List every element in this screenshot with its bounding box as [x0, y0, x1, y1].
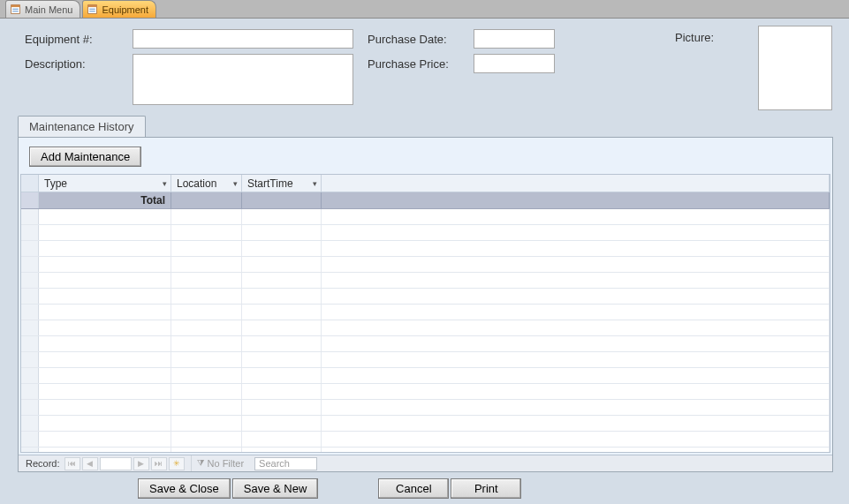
total-label-cell: Total: [39, 192, 171, 208]
maintenance-datasheet[interactable]: Type▾ Location▾ StartTime▾ Total: [20, 174, 830, 453]
chevron-down-icon[interactable]: ▾: [233, 179, 238, 188]
equipment-num-field[interactable]: [133, 29, 353, 49]
col-head-starttime[interactable]: StartTime▾: [242, 175, 322, 192]
svg-rect-2: [12, 9, 19, 10]
svg-rect-5: [88, 5, 97, 7]
nav-last-button[interactable]: ⏭: [151, 457, 167, 470]
nav-prev-button[interactable]: ◀: [82, 457, 98, 470]
purchase-date-field[interactable]: [474, 29, 555, 49]
purchase-date-label: Purchase Date:: [368, 33, 447, 46]
nav-search-box[interactable]: Search: [254, 457, 317, 470]
save-new-button[interactable]: Save & New: [232, 478, 319, 499]
no-filter-indicator[interactable]: ⧩ No Filter: [191, 455, 250, 471]
svg-rect-6: [90, 9, 96, 10]
nav-record-number[interactable]: [100, 457, 132, 470]
filter-icon: ⧩: [197, 458, 204, 469]
nav-first-button[interactable]: ⏮: [64, 457, 80, 470]
maintenance-subtab-wrap: Maintenance History: [18, 116, 146, 138]
description-label: Description:: [25, 57, 86, 71]
nav-next-button[interactable]: ▶: [133, 457, 149, 470]
svg-rect-7: [90, 11, 96, 11]
col-head-type[interactable]: Type▾: [39, 175, 171, 192]
add-maintenance-button[interactable]: Add Maintenance: [29, 147, 141, 167]
record-navigator: Record: ⏮ ◀ ▶ ⏭ ✳ ⧩ No Filter Search: [19, 455, 832, 471]
svg-rect-3: [12, 11, 19, 11]
equipment-num-label: Equipment #:: [25, 33, 93, 46]
purchase-price-label: Purchase Price:: [368, 57, 449, 71]
datasheet-total-row: Total: [21, 192, 830, 209]
nav-new-button[interactable]: ✳: [169, 457, 185, 470]
datasheet-body[interactable]: [21, 209, 830, 453]
form-icon: [87, 4, 98, 15]
picture-box[interactable]: [758, 26, 832, 110]
form-icon: [10, 4, 21, 15]
purchase-price-field[interactable]: [474, 54, 555, 73]
chevron-down-icon[interactable]: ▾: [163, 179, 167, 188]
document-tabstrip: Main Menu Equipment: [0, 0, 849, 19]
tab-equipment[interactable]: Equipment: [82, 0, 156, 18]
tab-maintenance-history[interactable]: Maintenance History: [18, 116, 146, 138]
tab-equipment-label: Equipment: [102, 4, 148, 15]
form-button-row: Save & Close Save & New Cancel Print: [0, 478, 849, 499]
cancel-button[interactable]: Cancel: [378, 478, 449, 499]
save-close-button[interactable]: Save & Close: [138, 478, 231, 499]
datasheet-header: Type▾ Location▾ StartTime▾: [21, 175, 830, 192]
chevron-down-icon[interactable]: ▾: [313, 179, 317, 188]
svg-rect-1: [11, 5, 20, 7]
picture-label: Picture:: [675, 31, 714, 44]
record-label: Record:: [22, 458, 64, 469]
tab-main-menu-label: Main Menu: [25, 4, 72, 15]
print-button[interactable]: Print: [451, 478, 521, 499]
col-head-location[interactable]: Location▾: [171, 175, 242, 192]
tab-main-menu[interactable]: Main Menu: [5, 0, 80, 18]
description-field[interactable]: [133, 54, 353, 105]
col-head-blank: [322, 175, 830, 192]
equipment-form: Equipment #: Description: Purchase Date:…: [0, 19, 849, 504]
select-all-cell[interactable]: [21, 175, 39, 192]
maintenance-subform: Add Maintenance Type▾ Location▾ StartTim…: [18, 137, 833, 472]
